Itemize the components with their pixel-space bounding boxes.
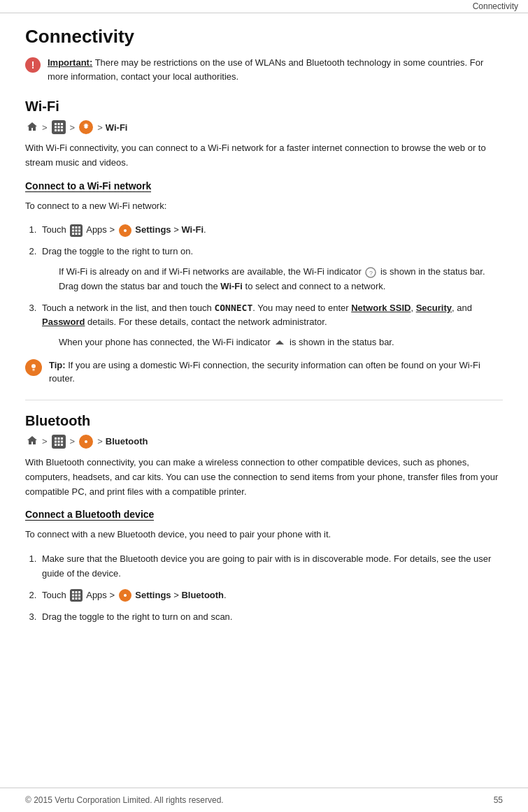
wifi-tip-box: Tip: If you are using a domestic Wi-Fi c… bbox=[25, 358, 503, 386]
svg-rect-8 bbox=[61, 129, 63, 131]
page-title: Connectivity bbox=[25, 26, 503, 48]
svg-rect-32 bbox=[55, 444, 57, 446]
nav-arrow-1: > bbox=[42, 122, 48, 133]
svg-rect-1 bbox=[57, 123, 59, 125]
bt-steps-list: Make sure that the Bluetooth device you … bbox=[39, 552, 503, 624]
apps-icon-bt-step2 bbox=[70, 589, 83, 602]
footer-page-number: 55 bbox=[494, 795, 503, 805]
svg-rect-26 bbox=[55, 437, 57, 440]
bt-nav-arrow-3: > bbox=[97, 436, 103, 447]
svg-rect-25 bbox=[33, 370, 35, 370]
svg-rect-17 bbox=[76, 233, 78, 235]
svg-rect-12 bbox=[78, 226, 80, 229]
svg-rect-13 bbox=[72, 229, 74, 231]
notice-text: Important: There may be restrictions on … bbox=[48, 56, 503, 83]
important-icon: ! bbox=[25, 57, 41, 73]
wifi-step-2: Drag the toggle to the right to turn on.… bbox=[39, 245, 503, 293]
tip-label: Tip: bbox=[49, 360, 66, 370]
wifi-heading: Wi-Fi bbox=[25, 99, 503, 115]
svg-rect-10 bbox=[72, 226, 74, 229]
svg-rect-28 bbox=[61, 437, 63, 440]
svg-rect-30 bbox=[57, 440, 59, 442]
svg-rect-5 bbox=[61, 126, 63, 129]
svg-marker-22 bbox=[276, 340, 284, 345]
password-label: Password bbox=[42, 317, 85, 327]
home-icon-bt bbox=[27, 435, 38, 448]
bt-nav-arrow-2: > bbox=[70, 436, 76, 447]
wifi-step-3-sub: When your phone has connected, the Wi-Fi… bbox=[59, 335, 503, 350]
notice-box: ! Important: There may be restrictions o… bbox=[25, 56, 503, 83]
svg-rect-33 bbox=[57, 444, 59, 446]
svg-rect-2 bbox=[61, 123, 63, 125]
svg-rect-31 bbox=[61, 440, 63, 442]
svg-rect-18 bbox=[78, 233, 80, 235]
svg-rect-44 bbox=[78, 597, 80, 600]
main-content: Connectivity ! Important: There may be r… bbox=[0, 13, 528, 674]
svg-rect-16 bbox=[72, 233, 74, 235]
wifi-connect-heading: Connect to a Wi-Fi network bbox=[25, 180, 151, 192]
wifi-body: With Wi-Fi connectivity, you can connect… bbox=[25, 141, 503, 171]
svg-point-23 bbox=[31, 364, 36, 368]
settings-icon-step1 bbox=[119, 224, 131, 237]
settings-icon-bt bbox=[79, 435, 93, 449]
apps-icon-step1 bbox=[70, 224, 83, 237]
section-divider bbox=[25, 400, 503, 400]
svg-rect-43 bbox=[76, 597, 78, 600]
svg-text:?: ? bbox=[369, 270, 373, 277]
bt-step-2: Touch Apps > Settings > Bluetooth. bbox=[39, 588, 503, 603]
header-bar: Connectivity bbox=[0, 0, 528, 13]
svg-rect-37 bbox=[76, 591, 78, 593]
svg-rect-41 bbox=[78, 595, 80, 597]
wifi-nav-path: > > > Wi-Fi bbox=[25, 120, 503, 134]
bluetooth-heading: Bluetooth bbox=[25, 413, 503, 429]
home-icon bbox=[27, 121, 38, 134]
connect-label: CONNECT bbox=[214, 303, 252, 313]
settings-label-step1: Settings bbox=[135, 224, 171, 235]
bt-connect-heading: Connect a Bluetooth device bbox=[25, 509, 154, 521]
bluetooth-nav-label: Bluetooth bbox=[106, 436, 148, 447]
svg-rect-11 bbox=[76, 226, 78, 229]
footer-copyright: © 2015 Vertu Corporation Limited. All ri… bbox=[25, 795, 224, 805]
nav-arrow-3: > bbox=[97, 122, 103, 133]
settings-icon-wifi bbox=[79, 120, 93, 134]
svg-rect-39 bbox=[72, 595, 74, 597]
bluetooth-body: With Bluetooth connectivity, you can mak… bbox=[25, 456, 503, 499]
wifi-indicator-icon-connected bbox=[274, 338, 285, 349]
svg-rect-34 bbox=[61, 444, 63, 446]
bt-nav-arrow-1: > bbox=[42, 436, 48, 447]
wifi-indicator-icon-question: ? bbox=[365, 267, 376, 278]
svg-rect-24 bbox=[33, 369, 35, 370]
bluetooth-label-step2: Bluetooth bbox=[181, 590, 224, 600]
wifi-connect-intro: To connect to a new Wi-Fi network: bbox=[25, 199, 503, 214]
bt-step-3: Drag the toggle to the right to turn on … bbox=[39, 610, 503, 625]
apps-icon-bt bbox=[52, 435, 66, 449]
svg-point-19 bbox=[124, 229, 127, 232]
svg-rect-7 bbox=[57, 129, 59, 131]
bt-connect-intro: To connect with a new Bluetooth device, … bbox=[25, 528, 503, 542]
wifi-nav-label: Wi-Fi bbox=[106, 122, 128, 133]
svg-point-45 bbox=[124, 594, 127, 597]
svg-rect-6 bbox=[55, 129, 57, 131]
wifi-steps-list: Touch Apps > Settings > Wi-Fi. Drag the … bbox=[39, 223, 503, 350]
tip-text: Tip: If you are using a domestic Wi-Fi c… bbox=[49, 358, 503, 386]
svg-rect-42 bbox=[72, 597, 74, 600]
notice-label: Important: bbox=[48, 57, 92, 68]
apps-icon-wifi bbox=[52, 120, 66, 134]
svg-rect-3 bbox=[55, 126, 57, 129]
svg-rect-40 bbox=[76, 595, 78, 597]
tip-icon bbox=[25, 359, 42, 376]
footer: © 2015 Vertu Corporation Limited. All ri… bbox=[0, 788, 528, 812]
svg-rect-15 bbox=[78, 229, 80, 231]
svg-rect-38 bbox=[78, 591, 80, 593]
svg-rect-36 bbox=[72, 591, 74, 593]
svg-rect-27 bbox=[57, 437, 59, 440]
svg-rect-0 bbox=[55, 123, 57, 125]
bluetooth-nav-path: > > > Bluetooth bbox=[25, 435, 503, 449]
security-label: Security bbox=[416, 303, 452, 313]
wifi-step-3: Touch a network in the list, and then to… bbox=[39, 301, 503, 350]
wifi-step-2-sub: If Wi-Fi is already on and if Wi-Fi netw… bbox=[59, 265, 503, 294]
svg-rect-29 bbox=[55, 440, 57, 442]
notice-body: There may be restrictions on the use of … bbox=[48, 57, 483, 82]
bt-step-1: Make sure that the Bluetooth device you … bbox=[39, 552, 503, 581]
wifi-label-step1: Wi-Fi bbox=[181, 224, 204, 235]
